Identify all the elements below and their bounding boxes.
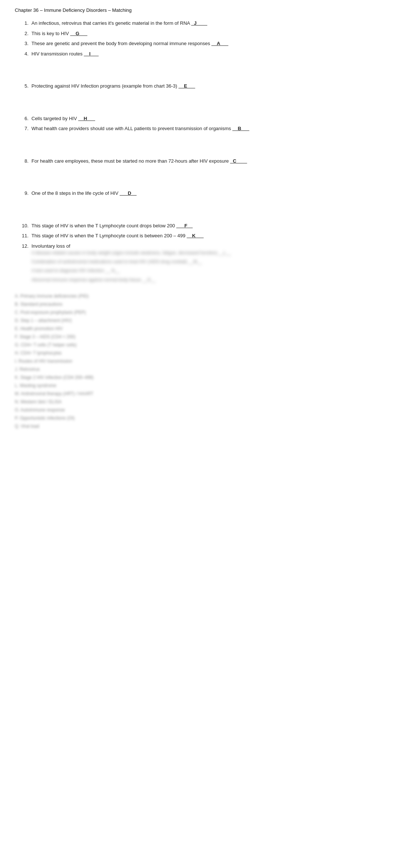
- spacer-4: [15, 167, 378, 190]
- question-item-10: 10. This stage of HIV is when the T Lymp…: [15, 222, 378, 230]
- blurred-line-2: A test used to diagnose HIV infection __…: [31, 267, 378, 274]
- spacer-1: [15, 60, 378, 82]
- page-title: Chapter 36 – Immune Deficiency Disorders…: [15, 7, 378, 13]
- blurred-line-1: Combination of antiretroviral medication…: [31, 258, 378, 265]
- blurred-continuation-12: A disease-related causes in body weight …: [31, 250, 378, 284]
- question-text-3: These are genetic and prevent the body f…: [31, 40, 378, 47]
- answer-key-4: __I___: [84, 51, 99, 57]
- answer-key-5: __E___: [178, 83, 195, 89]
- question-text-5: Protecting against HIV Infection program…: [31, 82, 378, 90]
- answer-item-12: M. Antiretroviral therapy (ART) / HAART: [15, 390, 378, 397]
- question-number-11: 11.: [15, 232, 31, 240]
- question-number-2: 2.: [15, 30, 31, 37]
- question-list: 1. An infectious, retrovirus that carrie…: [15, 20, 378, 57]
- answer-item-10: K. Stage 2 HIV infection (CD4 200–499): [15, 374, 378, 381]
- answers-list: A. Primary immune deficiencies (PID) B. …: [15, 293, 378, 430]
- question-text-1: An infectious, retrovirus that carries i…: [31, 20, 378, 27]
- question-number-1: 1.: [15, 20, 31, 27]
- spacer-2: [15, 93, 378, 115]
- answer-key-10: ___F__: [176, 223, 192, 228]
- question-item-1: 1. An infectious, retrovirus that carrie…: [15, 20, 378, 27]
- question-number-3: 3.: [15, 40, 31, 47]
- question-item-11: 11. This stage of HIV is when the T Lymp…: [15, 232, 378, 240]
- answer-item-7: H. CD4+ T lymphocytes: [15, 350, 378, 356]
- answer-item-8: I. Routes of HIV transmission: [15, 358, 378, 365]
- question-item-5: 5. Protecting against HIV Infection prog…: [15, 82, 378, 90]
- answer-item-15: P. Opportunistic infections (OI): [15, 415, 378, 421]
- answer-item-4: E. Health promotion HIV: [15, 325, 378, 332]
- answer-item-3: D. Step 1 – attachment (HIV): [15, 317, 378, 324]
- answer-item-5: F. Stage 3 – AIDS (CD4 < 200): [15, 333, 378, 340]
- question-number-6: 6.: [15, 115, 31, 122]
- question-number-7: 7.: [15, 125, 31, 132]
- question-number-8: 8.: [15, 157, 31, 165]
- answer-item-9: J. Retrovirus: [15, 366, 378, 373]
- question-text-8: For health care employees, these must be…: [31, 157, 378, 165]
- question-text-11: This stage of HIV is when the T Lymphocy…: [31, 232, 378, 240]
- question-number-12: 12.: [15, 243, 31, 250]
- question-item-9: 9. One of the 8 steps in the life cycle …: [15, 190, 378, 197]
- question-text-6: Cells targeted by HIV __H___: [31, 115, 378, 122]
- question-item-2: 2. This is key to HIV __G___: [15, 30, 378, 37]
- question-item-3: 3. These are genetic and prevent the bod…: [15, 40, 378, 47]
- question-item-7: 7. What health care providers should use…: [15, 125, 378, 132]
- blurred-line-3: Abnormal immune response against normal …: [31, 277, 378, 284]
- answer-key-6: __H___: [78, 116, 95, 121]
- answer-item-2: C. Post-exposure prophylaxis (PEP): [15, 309, 378, 316]
- answer-item-1: B. Standard precautions: [15, 301, 378, 308]
- question-list-6: 10. This stage of HIV is when the T Lymp…: [15, 222, 378, 285]
- question-item-12: 12. Involuntary loss of A disease-relate…: [15, 243, 378, 285]
- answer-key-11: __K___: [187, 233, 204, 238]
- answer-key-1: _J____: [191, 20, 207, 26]
- spacer-5: [15, 200, 378, 222]
- question-text-9: One of the 8 steps in the life cycle of …: [31, 190, 378, 197]
- question-list-4: 8. For health care employees, these must…: [15, 157, 378, 165]
- question-text-10: This stage of HIV is when the T Lymphocy…: [31, 222, 378, 230]
- spacer-3: [15, 135, 378, 157]
- question-item-4: 4. HIV transmission routes __I___: [15, 50, 378, 58]
- answer-key-3: __A___: [211, 41, 228, 46]
- answer-item-13: N. Western blot / ELISA: [15, 399, 378, 405]
- question-number-5: 5.: [15, 82, 31, 90]
- answer-key-7: __B___: [232, 126, 249, 131]
- answer-item-11: L. Wasting syndrome: [15, 382, 378, 389]
- blurred-line-0: A disease-related causes in body weight …: [31, 250, 378, 257]
- question-text-4: HIV transmission routes __I___: [31, 50, 378, 58]
- answers-section: A. Primary immune deficiencies (PID) B. …: [15, 293, 378, 430]
- question-list-3: 6. Cells targeted by HIV __H___ 7. What …: [15, 115, 378, 132]
- answer-item-0: A. Primary immune deficiencies (PID): [15, 293, 378, 299]
- question-number-4: 4.: [15, 50, 31, 58]
- question-item-8: 8. For health care employees, these must…: [15, 157, 378, 165]
- question-text-12: Involuntary loss of A disease-related ca…: [31, 243, 378, 285]
- question-text-2: This is key to HIV __G___: [31, 30, 378, 37]
- question-text-7: What health care providers should use wi…: [31, 125, 378, 132]
- question-number-9: 9.: [15, 190, 31, 197]
- question-number-10: 10.: [15, 222, 31, 230]
- question-list-5: 9. One of the 8 steps in the life cycle …: [15, 190, 378, 197]
- question-item-6: 6. Cells targeted by HIV __H___: [15, 115, 378, 122]
- answer-item-6: G. CD4+ T cells (T helper cells): [15, 342, 378, 348]
- question-list-2: 5. Protecting against HIV Infection prog…: [15, 82, 378, 90]
- answer-key-2: __G___: [70, 31, 87, 36]
- answer-key-9: ___D__: [120, 190, 137, 196]
- answer-key-8: _C____: [230, 158, 247, 164]
- answer-item-14: O. Autoimmune response: [15, 407, 378, 413]
- answer-item-16: Q. Viral load: [15, 423, 378, 430]
